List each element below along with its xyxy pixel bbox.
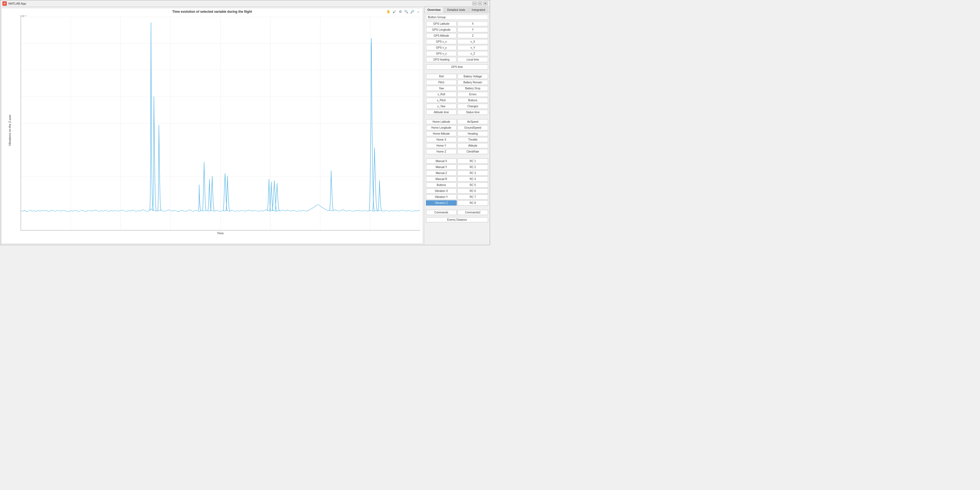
btn-vibration-z[interactable]: Vibration Z <box>426 200 457 206</box>
chart-title: Time evolution of selected variable duri… <box>2 8 423 14</box>
btn-changes[interactable]: Changes <box>457 104 488 109</box>
chart-plot-area: ×10⁻³ <box>18 14 423 241</box>
btn-gps-heading[interactable]: GPS heading <box>426 57 457 62</box>
y-axis-label: Vibrations on the Z-axis <box>2 14 18 241</box>
btn-manual-x[interactable]: Manual X <box>426 158 457 164</box>
btn-rc5[interactable]: RC 5 <box>457 182 488 188</box>
btn-gps-vz[interactable]: GPS v_z <box>426 51 457 56</box>
btn-home-y[interactable]: Home Y <box>426 143 457 148</box>
btn-manual-z[interactable]: Manual Z <box>426 171 457 176</box>
btn-rc6[interactable]: RC 6 <box>457 188 488 193</box>
btn-x[interactable]: X <box>457 21 488 26</box>
btn-buttons2[interactable]: Buttons <box>426 182 457 188</box>
title-bar: M MATLAB App — □ ✕ <box>0 0 490 7</box>
main-window: M MATLAB App — □ ✕ Time evolution of sel… <box>0 0 490 245</box>
btn-gps-longitude[interactable]: GPS Longitude <box>426 27 457 32</box>
button-group-label: Button Group <box>426 15 488 19</box>
chart-toolbar: ✋ 🖌 ⚙ 🔍 🔎 ⌂ <box>386 9 421 14</box>
btn-commands2[interactable]: Commands2 <box>457 210 488 215</box>
home-icon[interactable]: ⌂ <box>416 9 421 14</box>
maximize-button[interactable]: □ <box>478 2 482 5</box>
btn-errors[interactable]: Errors <box>457 92 488 97</box>
btn-enemy-distance[interactable]: Enemy Distance <box>426 217 488 222</box>
btn-vz[interactable]: v_Z <box>457 51 488 56</box>
btn-roll[interactable]: Roll <box>426 74 457 79</box>
btn-battery-remain[interactable]: Battery Remain <box>457 80 488 85</box>
btn-z[interactable]: Z <box>457 33 488 38</box>
btn-yaw[interactable]: Yaw <box>426 86 457 91</box>
tab-detailed-stats[interactable]: Detailed stats <box>444 7 468 13</box>
panel-content: Button Group GPS Latitude X GPS Longitud… <box>425 13 490 245</box>
config-icon[interactable]: ⚙ <box>398 9 402 14</box>
btn-gps-latitude[interactable]: GPS Latitude <box>426 21 457 26</box>
btn-local-time[interactable]: Local time <box>457 57 488 62</box>
tabs-bar: Overview Detailed stats Integrated <box>425 7 490 13</box>
btn-home-z[interactable]: Home Z <box>426 149 457 154</box>
btn-home-longitude[interactable]: Home Longitude <box>426 125 457 130</box>
btn-gps-vy[interactable]: GPS v_y <box>426 45 457 50</box>
attitude-section: Roll Battery Voltage Pitch Battery Remai… <box>426 74 488 115</box>
btn-home-x[interactable]: Home X <box>426 137 457 142</box>
btn-vy[interactable]: v_Y <box>457 45 488 50</box>
btn-pitch[interactable]: Pitch <box>426 80 457 85</box>
close-button[interactable]: ✕ <box>483 2 488 5</box>
btn-rc1[interactable]: RC 1 <box>457 158 488 164</box>
btn-gps-vx[interactable]: GPS v_x <box>426 39 457 44</box>
window-title: MATLAB App <box>8 2 473 5</box>
chart-area: Time evolution of selected variable duri… <box>2 8 423 244</box>
btn-buttons[interactable]: Buttons <box>457 98 488 103</box>
btn-gps-altitude[interactable]: GPS Altitude <box>426 33 457 38</box>
enemy-section: Enemy Distance <box>426 217 488 222</box>
app-icon: M <box>2 2 7 6</box>
commands-section: Commands Commands2 <box>426 210 488 215</box>
btn-attitude-time[interactable]: Attitude time <box>426 110 457 115</box>
tab-integrated[interactable]: Integrated <box>469 7 488 13</box>
btn-vibration-y[interactable]: Vibration Y <box>426 195 457 200</box>
btn-heading[interactable]: Heading <box>457 131 488 136</box>
btn-v-pitch[interactable]: v_Pitch <box>426 98 457 103</box>
right-panel: Overview Detailed stats Integrated Butto… <box>424 7 490 245</box>
btn-rc7[interactable]: RC 7 <box>457 195 488 200</box>
gps-section: GPS Latitude X GPS Longitude Y GPS Altit… <box>426 21 488 62</box>
x-axis-label: Time <box>21 231 420 235</box>
home-section: Home Latitude AirSpeed Home Longitude Gr… <box>426 119 488 154</box>
btn-home-altitude[interactable]: Home Altitude <box>426 131 457 136</box>
btn-rc2[interactable]: RC 2 <box>457 164 488 170</box>
btn-v-yaw[interactable]: v_Yaw <box>426 104 457 109</box>
btn-vx[interactable]: v_X <box>457 39 488 44</box>
btn-battery-drop[interactable]: Battery Drop <box>457 86 488 91</box>
btn-manual-r[interactable]: Manual R <box>426 176 457 182</box>
rc-section: Manual X RC 1 Manual Y RC 2 Manual Z RC … <box>426 158 488 206</box>
btn-rc4[interactable]: RC 4 <box>457 176 488 182</box>
btn-status-time[interactable]: Status time <box>457 110 488 115</box>
main-content: Time evolution of selected variable duri… <box>0 7 490 245</box>
brush-icon[interactable]: 🖌 <box>392 9 397 14</box>
btn-battery-voltage[interactable]: Battery Voltage <box>457 74 488 79</box>
gps-time-section: GPS time <box>426 64 488 70</box>
btn-groundspeed[interactable]: GroundSpeed <box>457 125 488 130</box>
chart-inner: Vibrations on the Z-axis ×10⁻³ <box>2 14 423 241</box>
chart-svg: 0 0.5 1 1.5 2 2.5 3 3.5 4 0 0.5 <box>21 17 420 230</box>
btn-rc3[interactable]: RC 3 <box>457 171 488 176</box>
btn-gps-time[interactable]: GPS time <box>426 64 488 70</box>
chart-canvas: 0 0.5 1 1.5 2 2.5 3 3.5 4 0 0.5 <box>21 17 420 230</box>
btn-altitude[interactable]: Altitude <box>457 143 488 148</box>
zoom-in-icon[interactable]: 🔍 <box>404 9 409 14</box>
btn-airspeed[interactable]: AirSpeed <box>457 119 488 124</box>
btn-vibration-x[interactable]: Vibration X <box>426 188 457 193</box>
zoom-out-icon[interactable]: 🔎 <box>410 9 415 14</box>
btn-throttle[interactable]: Throttle <box>457 137 488 142</box>
btn-climbrate[interactable]: ClimbRate <box>457 149 488 154</box>
btn-y[interactable]: Y <box>457 27 488 32</box>
btn-rc8[interactable]: RC 8 <box>457 200 488 206</box>
btn-home-latitude[interactable]: Home Latitude <box>426 119 457 124</box>
tab-overview[interactable]: Overview <box>425 7 444 13</box>
btn-manual-y[interactable]: Manual Y <box>426 164 457 170</box>
window-controls: — □ ✕ <box>473 2 488 5</box>
pan-icon[interactable]: ✋ <box>386 9 391 14</box>
minimize-button[interactable]: — <box>473 2 477 5</box>
btn-v-roll[interactable]: v_Roll <box>426 92 457 97</box>
btn-commands[interactable]: Commands <box>426 210 457 215</box>
